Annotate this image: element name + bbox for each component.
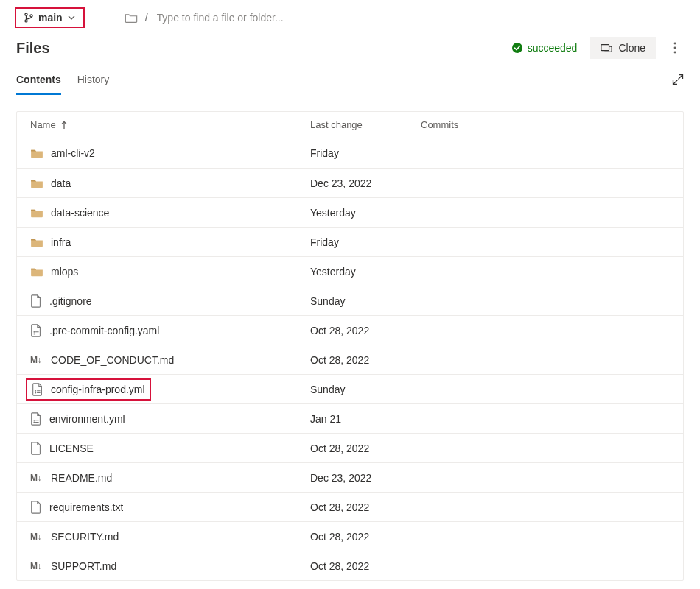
- branch-selector[interactable]: main: [15, 7, 85, 28]
- file-name-cell: LICENSE: [30, 442, 310, 455]
- file-name-cell: .pre-commit-config.yaml: [30, 324, 310, 337]
- last-change: Yesterday: [310, 207, 421, 219]
- markdown-icon: M↓: [30, 532, 43, 542]
- table-row[interactable]: aml-cli-v2Friday: [17, 138, 683, 168]
- table-row[interactable]: config-infra-prod.ymlSunday: [17, 374, 683, 403]
- last-change: Oct 28, 2022: [310, 560, 421, 572]
- column-name-label: Name: [30, 119, 56, 130]
- last-change: Oct 28, 2022: [310, 354, 421, 366]
- table-row[interactable]: .pre-commit-config.yamlOct 28, 2022: [17, 315, 683, 345]
- path-search-input[interactable]: [155, 11, 347, 24]
- tab-history[interactable]: History: [77, 71, 110, 95]
- svg-point-11: [35, 392, 36, 393]
- table-row[interactable]: M↓SUPPORT.mdOct 28, 2022: [17, 551, 683, 580]
- table-row[interactable]: M↓README.mdDec 23, 2022: [17, 462, 683, 492]
- last-change: Dec 23, 2022: [310, 177, 421, 189]
- table-row[interactable]: dataDec 23, 2022: [17, 168, 683, 197]
- build-status[interactable]: succeeded: [511, 42, 578, 54]
- table-row[interactable]: requirements.txtOct 28, 2022: [17, 492, 683, 521]
- page-title: Files: [16, 40, 511, 57]
- sort-asc-icon: [60, 121, 68, 130]
- svg-point-1: [25, 20, 27, 22]
- file-icon: [30, 501, 42, 514]
- table-row[interactable]: mlopsYesterday: [17, 256, 683, 286]
- svg-point-8: [33, 331, 35, 332]
- file-name-cell: mlops: [30, 266, 310, 278]
- file-icon: [30, 294, 42, 308]
- markdown-icon: M↓: [30, 355, 43, 365]
- markdown-icon: M↓: [30, 473, 43, 483]
- yaml-icon: [30, 324, 42, 337]
- table-row[interactable]: M↓CODE_OF_CONDUCT.mdOct 28, 2022: [17, 345, 683, 374]
- table-row[interactable]: data-scienceYesterday: [17, 197, 683, 227]
- svg-point-2: [30, 15, 32, 17]
- file-name: environment.yml: [49, 413, 125, 425]
- svg-point-3: [512, 43, 522, 53]
- chevron-down-icon: [67, 13, 76, 22]
- branch-label: main: [38, 12, 63, 24]
- file-name: CODE_OF_CONDUCT.md: [51, 354, 174, 366]
- last-change: Jan 21: [310, 413, 421, 425]
- clone-button[interactable]: Clone: [590, 37, 656, 59]
- path-separator: /: [145, 12, 148, 24]
- svg-rect-4: [601, 45, 609, 51]
- expand-icon: [672, 74, 684, 85]
- last-change: Oct 28, 2022: [310, 501, 421, 513]
- column-name[interactable]: Name: [30, 119, 310, 130]
- fullscreen-button[interactable]: [672, 74, 684, 92]
- file-name: aml-cli-v2: [51, 147, 95, 159]
- more-actions-button[interactable]: [666, 39, 684, 57]
- more-vertical-icon: [673, 42, 676, 54]
- svg-point-9: [33, 333, 35, 334]
- file-name: SECURITY.md: [51, 531, 119, 543]
- highlighted-file: config-infra-prod.yml: [26, 378, 151, 401]
- file-name: README.md: [51, 472, 112, 484]
- table-row[interactable]: .gitignoreSunday: [17, 286, 683, 315]
- file-name: SUPPORT.md: [51, 560, 116, 572]
- yaml-icon: [30, 412, 42, 426]
- file-name-cell: aml-cli-v2: [30, 147, 310, 159]
- file-name: mlops: [51, 266, 78, 278]
- file-table: Name Last change Commits aml-cli-v2Frida…: [16, 111, 684, 581]
- status-label: succeeded: [528, 42, 578, 54]
- file-name: data-science: [51, 207, 109, 219]
- table-row[interactable]: LICENSEOct 28, 2022: [17, 433, 683, 462]
- path-breadcrumb: /: [125, 11, 347, 24]
- svg-point-5: [674, 43, 676, 45]
- table-row[interactable]: M↓SECURITY.mdOct 28, 2022: [17, 521, 683, 551]
- file-icon: [30, 442, 42, 455]
- file-name: infra: [51, 236, 71, 248]
- svg-point-0: [25, 13, 27, 15]
- file-name-cell: data-science: [30, 207, 310, 219]
- column-commits[interactable]: Commits: [421, 119, 670, 130]
- file-name-cell: M↓SUPPORT.md: [30, 560, 310, 572]
- svg-point-6: [674, 47, 676, 49]
- markdown-icon: M↓: [30, 561, 43, 571]
- file-name-cell: config-infra-prod.yml: [30, 378, 310, 401]
- tabs: Contents History: [0, 62, 700, 95]
- file-name-cell: infra: [30, 236, 310, 248]
- file-name: data: [51, 177, 71, 189]
- file-name-cell: data: [30, 177, 310, 189]
- folder-icon: [30, 237, 43, 247]
- tab-contents[interactable]: Contents: [16, 71, 61, 95]
- table-row[interactable]: environment.ymlJan 21: [17, 403, 683, 433]
- last-change: Sunday: [310, 384, 421, 395]
- folder-icon: [30, 208, 43, 218]
- svg-point-13: [33, 421, 35, 423]
- svg-point-7: [674, 52, 676, 54]
- file-name: LICENSE: [49, 442, 94, 454]
- last-change: Friday: [310, 147, 421, 159]
- folder-outline-icon: [125, 12, 138, 24]
- file-name: config-infra-prod.yml: [51, 384, 145, 395]
- file-name-cell: M↓CODE_OF_CONDUCT.md: [30, 354, 310, 366]
- table-row[interactable]: infraFriday: [17, 227, 683, 256]
- folder-icon: [30, 267, 43, 277]
- folder-icon: [30, 178, 43, 188]
- clone-label: Clone: [618, 42, 645, 54]
- file-name-cell: environment.yml: [30, 412, 310, 426]
- yaml-icon: [32, 383, 43, 396]
- column-last-change[interactable]: Last change: [310, 119, 421, 130]
- last-change: Oct 28, 2022: [310, 442, 421, 454]
- clone-icon: [601, 43, 612, 53]
